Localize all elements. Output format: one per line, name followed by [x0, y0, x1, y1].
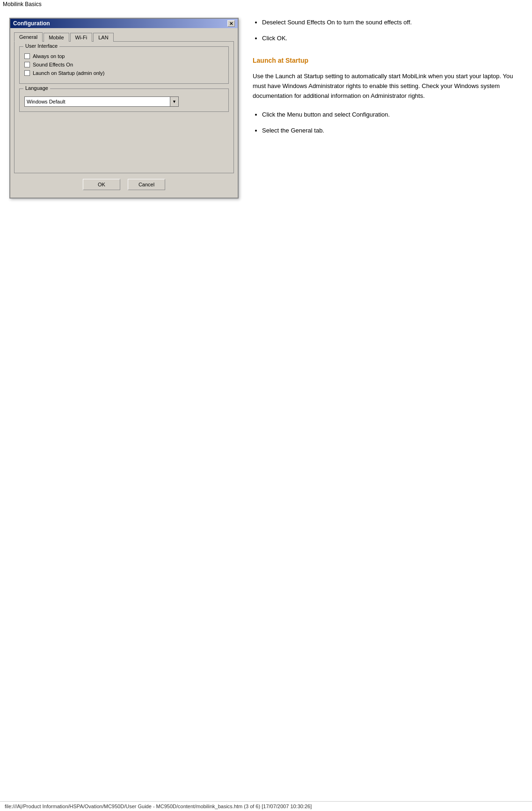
dialog-titlebar: Configuration ✕ — [10, 19, 238, 28]
checkbox-always-on-top-label: Always on top — [33, 53, 65, 59]
language-selected-value: Windows Default — [27, 99, 66, 104]
checkbox-always-on-top[interactable] — [24, 53, 30, 59]
dialog-close-button[interactable]: ✕ — [227, 20, 235, 27]
launch-at-startup-bullets: Click the Menu button and select Configu… — [253, 110, 518, 135]
tab-bar: General Mobile Wi-Fi LAN — [14, 32, 234, 41]
checkbox-launch-on-startup-label: Launch on Startup (admin only) — [33, 70, 104, 76]
top-bullet-list: Deselect Sound Effects On to turn the so… — [253, 18, 518, 43]
dialog-title: Configuration — [13, 20, 50, 27]
dialog-body: General Mobile Wi-Fi LAN User Interface … — [10, 28, 238, 198]
checkbox-row-always-on-top: Always on top — [24, 53, 224, 59]
tab-content-general: User Interface Always on top Sound Effec… — [14, 41, 234, 173]
left-panel: Configuration ✕ General Mobile Wi-Fi LAN… — [0, 13, 243, 203]
tab-wifi[interactable]: Wi-Fi — [70, 33, 93, 42]
language-select[interactable]: Windows Default ▼ — [24, 96, 179, 107]
language-group: Language Windows Default ▼ — [19, 88, 229, 112]
language-legend: Language — [23, 85, 50, 91]
bullet-click-menu-button: Click the Menu button and select Configu… — [262, 110, 518, 119]
cancel-button[interactable]: Cancel — [128, 179, 165, 190]
checkbox-row-sound-effects: Sound Effects On — [24, 62, 224, 67]
launch-at-startup-heading: Launch at Startup — [253, 57, 518, 64]
page-footer: file:///A|/Product Information/HSPA/Ovat… — [0, 801, 532, 811]
page-title: Mobilink Basics — [0, 0, 532, 8]
ok-button[interactable]: OK — [83, 179, 120, 190]
bullet-deselect-sound: Deselect Sound Effects On to turn the so… — [262, 18, 518, 27]
select-dropdown-arrow[interactable]: ▼ — [170, 97, 178, 106]
configuration-dialog: Configuration ✕ General Mobile Wi-Fi LAN… — [9, 18, 239, 199]
right-panel: Deselect Sound Effects On to turn the so… — [243, 13, 532, 149]
user-interface-group: User Interface Always on top Sound Effec… — [19, 46, 229, 84]
dialog-buttons: OK Cancel — [14, 179, 234, 194]
dialog-spacer — [19, 112, 229, 168]
launch-at-startup-section: Launch at Startup Use the Launch at Star… — [253, 57, 518, 135]
checkbox-row-launch-on-startup: Launch on Startup (admin only) — [24, 70, 224, 76]
tab-general[interactable]: General — [14, 32, 43, 42]
checkbox-sound-effects-label: Sound Effects On — [33, 62, 73, 67]
checkbox-sound-effects[interactable] — [24, 62, 30, 67]
launch-at-startup-description: Use the Launch at Startup setting to aut… — [253, 72, 518, 101]
bullet-click-ok: Click OK. — [262, 34, 518, 43]
tab-mobile[interactable]: Mobile — [44, 33, 69, 42]
tab-lan[interactable]: LAN — [93, 33, 113, 42]
user-interface-legend: User Interface — [23, 43, 59, 49]
checkbox-launch-on-startup[interactable] — [24, 70, 30, 76]
bullet-select-general-tab: Select the General tab. — [262, 126, 518, 135]
language-select-row: Windows Default ▼ — [24, 96, 224, 107]
